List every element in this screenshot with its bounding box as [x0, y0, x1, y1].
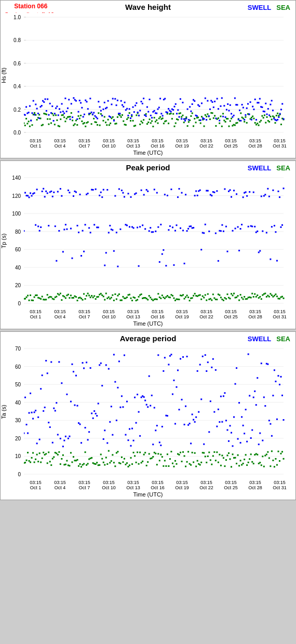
- wave-height-chart: Station 066 Sea/swell cutoff: 10s Wave h…: [0, 0, 296, 158]
- x-axis-title-2: Time (UTC): [1, 320, 295, 327]
- legend-sea-2: SEA: [276, 164, 290, 172]
- chart1-canvas: [24, 13, 286, 138]
- x-label-1-2: 03:15Oct 7: [73, 138, 96, 149]
- chart2-title: Peak period: [126, 163, 170, 172]
- y-axis-1: [1, 13, 24, 138]
- peak-period-chart: Peak period SWELL SEA 03:15Oct 1 03:15Oc…: [0, 160, 296, 329]
- chart3-header: Average period SWELL SEA: [1, 332, 295, 344]
- x-label-2-10: 03:15Oct 31: [268, 309, 291, 319]
- x-label-2-9: 03:15Oct 28: [244, 309, 267, 319]
- x-label-3-2: 03:15Oct 7: [73, 480, 96, 490]
- legend-sea-3: SEA: [276, 335, 290, 343]
- chart1-legend: SWELL SEA: [248, 4, 290, 11]
- x-label-2-1: 03:15Oct 4: [48, 309, 72, 319]
- y-axis-2: [1, 173, 24, 308]
- average-period-chart: Average period SWELL SEA 03:15Oct 1 03:1…: [0, 331, 296, 500]
- x-label-1-6: 03:15Oct 19: [170, 138, 194, 149]
- x-label-3-9: 03:15Oct 28: [244, 480, 267, 490]
- x-label-3-10: 03:15Oct 31: [268, 480, 291, 490]
- y-axis-3: [1, 344, 24, 479]
- x-label-1-0: 03:15Oct 1: [24, 138, 47, 149]
- x-label-1-7: 03:15Oct 22: [195, 138, 218, 149]
- chart2-header: Peak period SWELL SEA: [1, 161, 295, 173]
- station-name: Station 066: [5, 3, 57, 11]
- x-label-3-3: 03:15Oct 10: [97, 480, 120, 490]
- legend-swell-3: SWELL: [248, 335, 272, 343]
- x-label-2-3: 03:15Oct 10: [97, 309, 120, 319]
- x-axis-title-1: Time (UTC): [1, 150, 295, 156]
- x-label-1-3: 03:15Oct 10: [97, 138, 120, 149]
- chart3-title: Average period: [120, 334, 177, 343]
- legend-swell-2: SWELL: [248, 164, 272, 172]
- chart3-canvas: [24, 344, 286, 479]
- legend-sea-1: SEA: [276, 4, 290, 11]
- x-label-2-7: 03:15Oct 22: [195, 309, 218, 319]
- chart3-legend: SWELL SEA: [248, 335, 290, 343]
- x-labels-3: 03:15Oct 1 03:15Oct 4 03:15Oct 7 03:15Oc…: [24, 480, 291, 490]
- x-label-2-0: 03:15Oct 1: [24, 309, 47, 319]
- chart2-canvas: [24, 173, 286, 308]
- x-label-2-2: 03:15Oct 7: [73, 309, 96, 319]
- chart1-title: Wave height: [125, 3, 171, 11]
- chart2-legend: SWELL SEA: [248, 164, 290, 172]
- x-label-3-8: 03:15Oct 25: [219, 480, 243, 490]
- x-label-1-4: 03:15Oct 13: [122, 138, 145, 149]
- x-label-2-8: 03:15Oct 25: [219, 309, 243, 319]
- chart1-header: Station 066 Sea/swell cutoff: 10s Wave h…: [1, 1, 295, 13]
- x-label-3-4: 03:15Oct 13: [122, 480, 145, 490]
- x-label-1-8: 03:15Oct 25: [219, 138, 243, 149]
- x-label-2-4: 03:15Oct 13: [122, 309, 145, 319]
- x-label-3-6: 03:15Oct 19: [170, 480, 194, 490]
- x-labels-2: 03:15Oct 1 03:15Oct 4 03:15Oct 7 03:15Oc…: [24, 309, 291, 319]
- x-axis-title-3: Time (UTC): [1, 491, 295, 498]
- x-labels-1: 03:15Oct 1 03:15Oct 4 03:15Oct 7 03:15Oc…: [24, 138, 291, 149]
- x-label-1-9: 03:15Oct 28: [244, 138, 267, 149]
- x-label-3-1: 03:15Oct 4: [48, 480, 72, 490]
- x-label-2-5: 03:15Oct 16: [146, 309, 169, 319]
- x-label-1-1: 03:15Oct 4: [48, 138, 72, 149]
- legend-swell-1: SWELL: [248, 4, 272, 11]
- x-label-1-5: 03:15Oct 16: [146, 138, 169, 149]
- x-label-2-6: 03:15Oct 19: [170, 309, 194, 319]
- x-label-3-5: 03:15Oct 16: [146, 480, 169, 490]
- x-label-3-0: 03:15Oct 1: [24, 480, 47, 490]
- x-label-1-10: 03:15Oct 31: [268, 138, 291, 149]
- x-label-3-7: 03:15Oct 22: [195, 480, 218, 490]
